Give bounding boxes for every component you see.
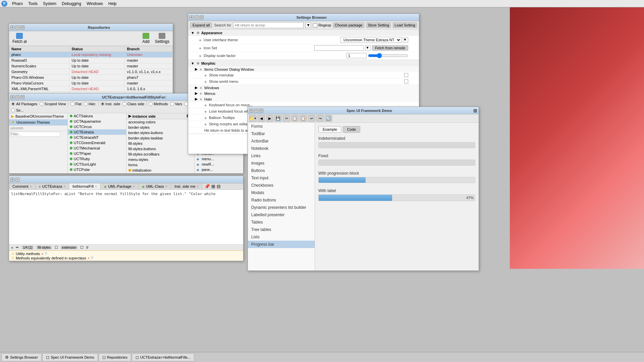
instance-item[interactable]: menu-styles [126,157,195,162]
menu-help[interactable]: Help [106,1,119,7]
sidebar-buttons[interactable]: Buttons [248,167,315,174]
cut-btn[interactable]: ✂ [283,115,290,122]
method-item[interactable]: ◆pane... [195,167,243,172]
sidebar-radio-buttons[interactable]: Radio buttons [248,196,315,204]
table-row[interactable]: XML-XMLParserHTMLDetached HEAD1.6.0, 1.6… [9,86,173,92]
class-item[interactable]: UCTCircus [68,124,126,129]
tab-example[interactable]: Example [318,126,341,133]
tab-comment[interactable]: Comment × [9,183,36,189]
scale-factor-slider[interactable] [368,53,408,58]
choose-package-button[interactable]: Choose package [333,22,364,28]
menu-tools[interactable]: Tools [25,1,40,7]
halo-subsection[interactable]: ▶ ◈ Halo [188,96,419,102]
instance-item[interactable]: fill-styles [126,141,195,146]
instance-item[interactable]: border-styles-buttons [126,130,195,135]
menu-system[interactable]: System [40,1,59,7]
sidebar-actionbar[interactable]: ActionBar [248,137,315,145]
method-item[interactable]: ◆prog... [195,172,243,173]
fetch-from-remote-button[interactable]: Fetch from remote [372,45,408,51]
class-item[interactable]: UTCPolar [68,167,126,172]
radio-scoped-view[interactable]: Scoped View [40,102,66,106]
scale-factor-input[interactable] [346,53,367,58]
close-uctestraza-tab[interactable]: × [63,185,65,188]
close-button[interactable]: × [10,95,14,99]
method-item[interactable]: ◆menu... [195,156,243,162]
fetch-button[interactable]: Fetch al [11,32,28,45]
pin-icon[interactable]: 📌 [204,184,210,189]
add-button[interactable]: Add [141,32,151,45]
class-item[interactable]: UCTPaper [68,151,126,156]
class-item[interactable]: UCTSunLight [68,162,126,167]
settings-button[interactable]: Settings [154,32,171,45]
class-item[interactable]: UTCGreenEmerald [68,140,126,145]
redo-btn[interactable]: ↪ [316,115,324,122]
sidebar-links[interactable]: Links [248,152,315,160]
minimize-button[interactable]: − [15,95,19,99]
sidebar-toolbar[interactable]: ToolBar [248,130,315,137]
undo-btn[interactable]: ↩ [308,115,315,122]
table-row[interactable]: Pharo-VistaCursorsUp to datemaster [9,80,173,86]
maximize-button[interactable]: □ [200,15,204,19]
maximize-button[interactable]: □ [20,95,24,99]
table-row[interactable]: Roassal3Up to datemaster [9,58,173,63]
close-button[interactable]: × [190,15,194,19]
store-setting-button[interactable]: Store Setting [366,22,391,28]
class-item[interactable]: UCTRuby [68,156,126,162]
code-editor[interactable]: listNormalFillStyleFor: aList "Return th… [9,190,243,244]
dismiss-utility-icon[interactable]: × [41,252,43,256]
close-listnormalfill-tab[interactable]: × [95,185,97,188]
bottom-tab-spec-ui[interactable]: ◻ Spec UI Framework Demo [42,353,98,361]
show-world-menu-checkbox[interactable] [404,79,408,83]
menus-subsection[interactable]: ▶ ◈ Menus [188,90,419,96]
sidebar-modals[interactable]: Modals [248,189,315,196]
package-item-baseline[interactable]: ▶ BaselineOfUncommonTheme [9,113,67,119]
close-uml-package-tab[interactable]: × [133,185,135,188]
radio-all-packages[interactable]: All Packages [11,102,38,106]
theme-dropdown-icon[interactable]: ▼ [403,37,408,43]
package-item-uncommon[interactable]: ▼ Uncommon-Themes [9,119,67,125]
bottom-tab-repositories[interactable]: ◻ Repositories [99,353,131,361]
help-superclass-icon[interactable]: ? [91,256,93,260]
instance-item[interactable]: border-styles-taskbar [126,135,195,141]
settings-window-controls[interactable]: × − □ [190,15,204,19]
tab-inst-side-me[interactable]: Inst. side me × [171,183,202,189]
sidebar-progress-bar[interactable]: Progress bar [248,241,315,248]
sidebar-labelled-presenter[interactable]: Labelled presenter [248,211,315,219]
regexp-checkbox-label[interactable]: Regexp [313,23,331,27]
code-window-controls[interactable]: × − [10,178,19,182]
table-row[interactable]: Pharo-OS-WindowsUp to datepharo7 [9,75,173,80]
radio-methods[interactable]: Methods [149,102,168,106]
instance-item[interactable]: private [126,173,195,173]
method-item[interactable]: ◆newR... [195,162,243,167]
windows-subsection[interactable]: ▶ ◈ Windows [188,85,419,90]
radio-se[interactable]: Se... [11,108,24,112]
class-item[interactable]: ACTSakura [68,113,126,119]
maximize-button[interactable]: □ [259,109,263,113]
tab-uctestraza[interactable]: ● UCTEstraza × [36,183,69,189]
class-item[interactable]: UCTMechanical [68,145,126,151]
instance-item[interactable]: fill-styles-scrollbars [126,152,195,157]
help-utility-icon[interactable]: ? [45,252,47,256]
close-inst-side-tab[interactable]: × [197,185,199,188]
forward-btn[interactable]: ▶ [266,115,273,122]
tab-uml-class[interactable]: ◆ UML-Class × [139,183,171,189]
split-icon[interactable]: ⊟ [217,184,221,189]
table-row[interactable]: NumericScalesUp to datemaster [9,63,173,69]
sidebar-forms[interactable]: Forms [248,123,315,130]
appearance-header[interactable]: ▼ ◈ Appearance [188,29,419,36]
instance-item[interactable]: border-styles [126,125,195,130]
bottom-tab-settings-browser[interactable]: ⚙ Settings Browser [1,353,42,361]
load-setting-button[interactable]: Load Setting [393,22,417,28]
radio-class-side[interactable]: Class side [122,102,145,106]
tab-uml-package[interactable]: ◆ UML-Package × [101,183,139,189]
ui-theme-dropdown[interactable]: Uncommon Theme Estraza NT [340,37,401,43]
back-btn[interactable]: ◀ [258,115,265,122]
table-row[interactable]: pharoLocal repository missingUnknown [9,52,173,58]
repos-window-controls[interactable]: × − □ [10,25,24,29]
sidebar-tables[interactable]: Tables [248,219,315,226]
paste-btn[interactable]: 📋 [300,115,307,122]
close-uml-class-tab[interactable]: × [165,185,167,188]
layout-icon[interactable]: ⊞ [211,184,215,189]
radio-flat[interactable]: Flat [70,102,82,106]
morphic-header[interactable]: ▼ ◈ Morphic [188,60,419,66]
